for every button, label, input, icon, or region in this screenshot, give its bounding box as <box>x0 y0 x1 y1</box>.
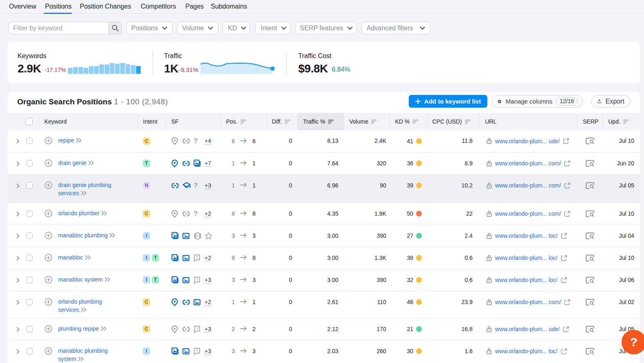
svg-text:?: ? <box>196 349 198 353</box>
svg-text:?: ? <box>196 255 198 259</box>
svg-text:?: ? <box>196 277 198 282</box>
svg-text:?: ? <box>196 327 198 331</box>
